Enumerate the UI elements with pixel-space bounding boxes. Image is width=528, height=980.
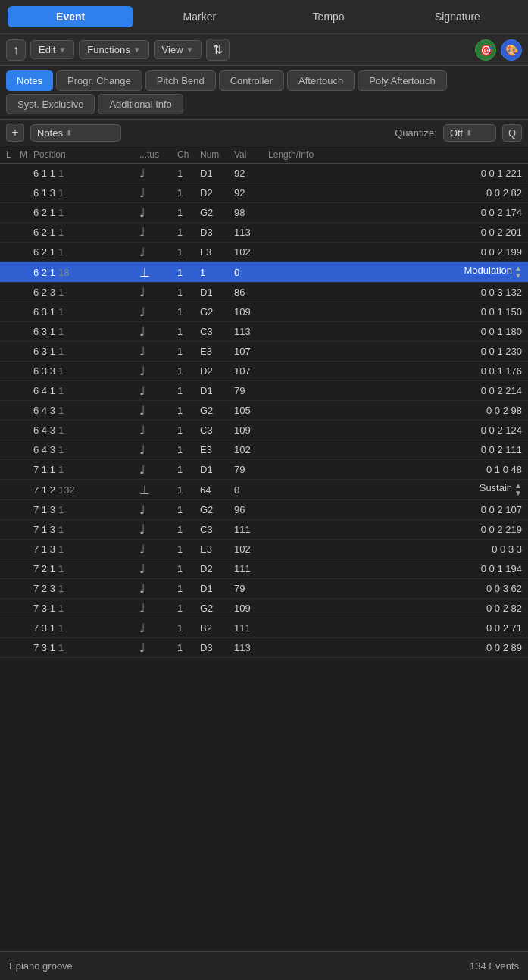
filter-syst-exclusive[interactable]: Syst. Exclusive bbox=[6, 94, 95, 114]
table-row[interactable]: 7 3 1 1 ♩ 1 D3 113 0 0 2 89 bbox=[0, 638, 528, 658]
add-event-button[interactable]: + bbox=[6, 124, 24, 142]
functions-menu-button[interactable]: Functions ▼ bbox=[79, 40, 148, 59]
tab-tempo[interactable]: Tempo bbox=[266, 6, 392, 27]
view-menu-button[interactable]: View ▼ bbox=[154, 40, 202, 59]
row-length: Sustain ▲▼ bbox=[268, 482, 522, 497]
row-length: 0 0 2 107 bbox=[268, 504, 522, 515]
view-label: View bbox=[162, 44, 183, 55]
row-position: 7 1 3 1 bbox=[33, 504, 139, 515]
back-button[interactable]: ↑ bbox=[6, 39, 26, 61]
row-length: 0 0 2 219 bbox=[268, 524, 522, 535]
row-ch: 1 bbox=[177, 365, 200, 377]
table-row[interactable]: 6 4 3 1 ♩ 1 C3 109 0 0 2 124 bbox=[0, 421, 528, 440]
table-row[interactable]: 7 1 3 1 ♩ 1 G2 96 0 0 2 107 bbox=[0, 500, 528, 520]
row-num: D1 bbox=[200, 286, 234, 298]
table-row[interactable]: 6 3 1 1 ♩ 1 E3 107 0 0 1 230 bbox=[0, 342, 528, 362]
edit-menu-button[interactable]: Edit ▼ bbox=[30, 40, 74, 59]
row-position: 7 2 3 1 bbox=[33, 583, 139, 594]
table-row[interactable]: 7 1 2 132 ⊥ 1 64 0 Sustain ▲▼ bbox=[0, 480, 528, 500]
row-status-icon: ♩ bbox=[139, 503, 177, 517]
row-num: E3 bbox=[200, 543, 234, 555]
table-row[interactable]: 7 2 1 1 ♩ 1 D2 111 0 0 1 194 bbox=[0, 559, 528, 579]
table-row[interactable]: 6 1 1 1 ♩ 1 D1 92 0 0 1 221 bbox=[0, 164, 528, 183]
tab-event[interactable]: Event bbox=[8, 6, 133, 27]
table-row[interactable]: 6 3 3 1 ♩ 1 D2 107 0 0 1 176 bbox=[0, 362, 528, 381]
table-row[interactable]: 7 2 3 1 ♩ 1 D1 79 0 0 3 62 bbox=[0, 579, 528, 599]
row-status-icon: ♩ bbox=[139, 344, 177, 358]
data-table[interactable]: 6 1 1 1 ♩ 1 D1 92 0 0 1 221 6 1 3 1 ♩ 1 … bbox=[0, 164, 528, 903]
green-icon-button[interactable]: 🎯 bbox=[475, 39, 496, 61]
row-ch: 1 bbox=[177, 306, 200, 318]
row-status-icon: ♩ bbox=[139, 205, 177, 220]
row-status-icon: ♩ bbox=[139, 305, 177, 319]
row-ch: 1 bbox=[177, 168, 200, 179]
table-row[interactable]: 6 4 3 1 ♩ 1 E3 102 0 0 2 111 bbox=[0, 440, 528, 460]
row-val: 111 bbox=[234, 622, 268, 634]
midi-icon-button[interactable]: ⇅ bbox=[206, 39, 230, 61]
table-row[interactable]: 7 3 1 1 ♩ 1 B2 111 0 0 2 71 bbox=[0, 618, 528, 638]
row-ch: 1 bbox=[177, 504, 200, 515]
row-num: C3 bbox=[200, 326, 234, 337]
row-num: D1 bbox=[200, 583, 234, 594]
table-row[interactable]: 7 3 1 1 ♩ 1 G2 109 0 0 2 82 bbox=[0, 599, 528, 618]
row-val: 109 bbox=[234, 424, 268, 436]
table-row[interactable]: 7 1 3 1 ♩ 1 C3 111 0 0 2 219 bbox=[0, 520, 528, 540]
tab-marker[interactable]: Marker bbox=[136, 6, 262, 27]
row-position: 6 4 3 1 bbox=[33, 424, 139, 436]
row-position: 7 3 1 1 bbox=[33, 622, 139, 634]
row-length: 0 0 3 3 bbox=[268, 543, 522, 555]
row-ch: 1 bbox=[177, 187, 200, 199]
table-row[interactable]: 6 3 1 1 ♩ 1 C3 113 0 0 1 180 bbox=[0, 322, 528, 342]
table-row[interactable]: 6 4 1 1 ♩ 1 D1 79 0 0 2 214 bbox=[0, 381, 528, 401]
filter-progr-change[interactable]: Progr. Change bbox=[56, 70, 142, 91]
row-position: 7 1 3 1 bbox=[33, 543, 139, 555]
spin-arrows[interactable]: ▲▼ bbox=[514, 265, 522, 280]
row-ch: 1 bbox=[177, 622, 200, 634]
row-status-icon: ♩ bbox=[139, 186, 177, 200]
row-ch: 1 bbox=[177, 246, 200, 258]
row-position: 6 4 3 1 bbox=[33, 405, 139, 416]
table-row[interactable]: 6 2 1 1 ♩ 1 G2 98 0 0 2 174 bbox=[0, 203, 528, 223]
table-row[interactable]: 6 2 1 1 ♩ 1 F3 102 0 0 2 199 bbox=[0, 243, 528, 262]
table-row[interactable]: 6 2 3 1 ♩ 1 D1 86 0 0 3 132 bbox=[0, 283, 528, 302]
filter-notes[interactable]: Notes bbox=[6, 70, 53, 91]
row-position: 6 3 1 1 bbox=[33, 326, 139, 337]
row-status-icon: ♩ bbox=[139, 581, 177, 596]
row-val: 113 bbox=[234, 326, 268, 337]
row-position: 6 2 1 1 bbox=[33, 227, 139, 238]
table-row[interactable]: 6 4 3 1 ♩ 1 G2 105 0 0 2 98 bbox=[0, 401, 528, 421]
notes-type-selector[interactable]: Notes ⬍ bbox=[30, 124, 121, 142]
tab-signature[interactable]: Signature bbox=[395, 6, 520, 27]
table-row[interactable]: 6 2 1 18 ⊥ 1 1 0 Modulation ▲▼ bbox=[0, 262, 528, 283]
filter-aftertouch[interactable]: Aftertouch bbox=[287, 70, 355, 91]
row-status-icon: ♩ bbox=[139, 245, 177, 259]
row-num: D1 bbox=[200, 168, 234, 179]
table-row[interactable]: 6 3 1 1 ♩ 1 G2 109 0 0 1 150 bbox=[0, 302, 528, 322]
q-button[interactable]: Q bbox=[502, 124, 522, 142]
functions-chevron: ▼ bbox=[133, 45, 141, 54]
row-length: 0 0 1 194 bbox=[268, 563, 522, 575]
row-num: B2 bbox=[200, 622, 234, 634]
row-status-icon: ♩ bbox=[139, 522, 177, 537]
filter-poly-aftertouch[interactable]: Poly Aftertouch bbox=[358, 70, 446, 91]
filter-additional-info[interactable]: Additional Info bbox=[98, 94, 183, 114]
row-position: 6 3 1 1 bbox=[33, 346, 139, 357]
table-row[interactable]: 6 1 3 1 ♩ 1 D2 92 0 0 2 82 bbox=[0, 183, 528, 203]
table-row[interactable]: 7 1 3 1 ♩ 1 E3 102 0 0 3 3 bbox=[0, 540, 528, 559]
filter-pitch-bend[interactable]: Pitch Bend bbox=[145, 70, 216, 91]
row-ch: 1 bbox=[177, 424, 200, 436]
spin-arrows[interactable]: ▲▼ bbox=[514, 482, 522, 497]
status-bar: Epiano groove 134 Events bbox=[0, 951, 528, 980]
quantize-label: Quantize: bbox=[395, 127, 437, 139]
row-position: 7 1 2 132 bbox=[33, 484, 139, 496]
blue-icon-button[interactable]: 🎨 bbox=[501, 39, 522, 61]
table-row[interactable]: 7 1 1 1 ♩ 1 D1 79 0 1 0 48 bbox=[0, 460, 528, 480]
row-ch: 1 bbox=[177, 583, 200, 594]
table-row[interactable]: 6 2 1 1 ♩ 1 D3 113 0 0 2 201 bbox=[0, 223, 528, 243]
row-length: 0 0 2 82 bbox=[268, 187, 522, 199]
quantize-value-selector[interactable]: Off ⬍ bbox=[443, 124, 496, 142]
row-num: C3 bbox=[200, 524, 234, 535]
row-length: 0 0 1 221 bbox=[268, 168, 522, 179]
row-length: 0 0 2 71 bbox=[268, 622, 522, 634]
filter-controller[interactable]: Controller bbox=[219, 70, 284, 91]
